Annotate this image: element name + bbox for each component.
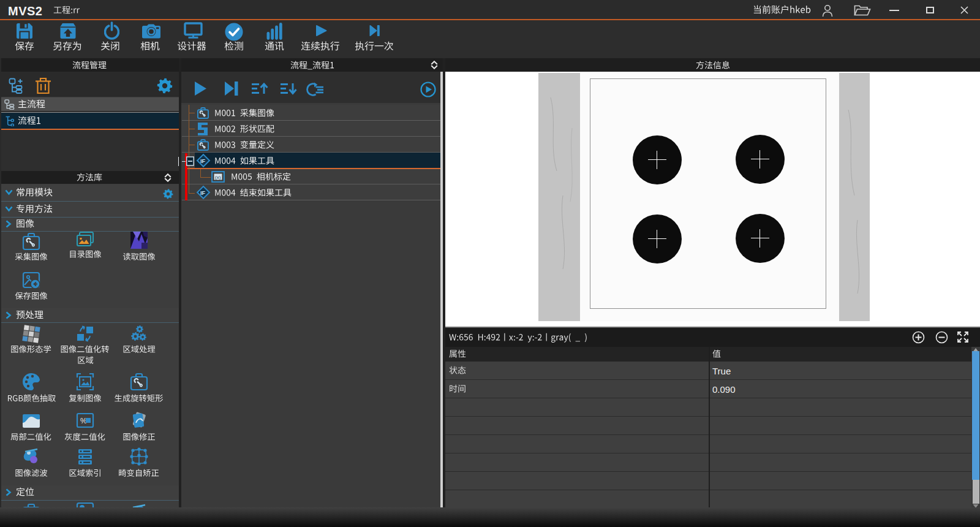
svg-text:IF: IF	[200, 158, 206, 164]
svg-text:IF: IF	[200, 190, 206, 196]
svg-text:(x): (x)	[215, 175, 221, 180]
